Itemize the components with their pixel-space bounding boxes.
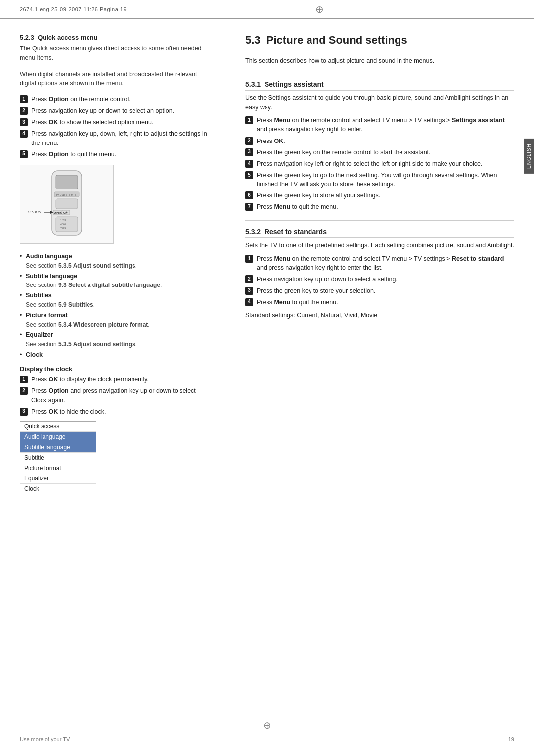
svg-rect-11 [56,217,78,232]
page-container: 2674.1 eng 25-09-2007 11:26 Pagina 19 ⊕ … [0,0,534,756]
qa-row-subtitle-language: Subtitle language [20,442,96,453]
sa-step-6: 6 Press the green key to store all your … [245,191,514,200]
quick-access-steps: 1 Press Option on the remote control. 2 … [20,95,212,159]
subsection-532: 5.3.2 Reset to standards Sets the TV to … [245,228,514,318]
subsection-532-intro: Sets the TV to one of the predefined set… [245,241,514,250]
rs-step-2-badge: 2 [245,275,253,283]
footer-left-text: Use more of your TV [20,736,70,742]
bullet-equalizer-sub: See section 5.3.5 Adjust sound settings. [26,340,212,349]
footer-page-number: 19 [508,736,514,742]
qa-row-clock: Clock [20,484,96,494]
bullet-equalizer: Equalizer See section 5.3.5 Adjust sound… [20,331,212,349]
step-1-text: Press Option on the remote control. [31,95,212,104]
sa-step-1-badge: 1 [245,116,253,124]
bullet-subtitles: Subtitles See section 5.9 Subtitles. [20,291,212,309]
quick-access-intro-2: When digital channels are installed and … [20,70,212,89]
rs-step-1-text: Press Menu on the remote control and sel… [257,254,514,272]
bullet-picture-sub: See section 5.3.4 Widescreen picture for… [26,320,212,329]
reset-steps: 1 Press Menu on the remote control and s… [245,254,514,307]
sa-step-3: 3 Press the green key on the remote cont… [245,148,514,157]
divider-1 [245,73,514,73]
svg-text:7   8   9: 7 8 9 [60,227,66,230]
svg-text:TV  DVD  STB  MTS: TV DVD STB MTS [56,193,77,196]
svg-rect-4 [56,199,78,209]
clock-step-1-text: Press OK to display the clock permanentl… [31,375,212,384]
bullet-subtitle-language: Subtitle language See section 9.3 Select… [20,272,212,290]
svg-text:4   5   6: 4 5 6 [60,223,66,226]
sa-step-7: 7 Press Menu to quit the menu. [245,202,514,211]
step-5-text: Press Option to quit the menu. [31,150,212,159]
section-53-title: 5.3 Picture and Sound settings [245,34,514,50]
header-spacer [512,6,514,12]
svg-text:1   2   3: 1 2 3 [60,219,66,222]
sa-step-3-badge: 3 [245,148,253,156]
step-1-badge: 1 [20,95,28,103]
step-4-badge: 4 [20,130,28,138]
sa-step-5-badge: 5 [245,171,253,179]
clock-step-2-text: Press Option and press navigation key up… [31,386,212,404]
quick-access-intro-1: The Quick access menu gives direct acces… [20,44,212,63]
section-523-title: 5.2.3 Quick access menu [20,34,212,41]
rs-step-3-text: Press the green key to store your select… [257,286,514,295]
left-column: 5.2.3 Quick access menu The Quick access… [20,34,227,497]
step-1: 1 Press Option on the remote control. [20,95,212,104]
qa-row-quick-access: Quick access [20,422,96,432]
sa-step-4-text: Press navigation key left or right to se… [257,159,514,168]
divider-2 [245,220,514,221]
quick-access-menu-table: Quick access Audio language Subtitle lan… [20,421,96,494]
clock-step-3: 3 Press OK to hide the clock. [20,407,212,416]
clock-steps: 1 Press OK to display the clock permanen… [20,375,212,416]
step-3-text: Press OK to show the selected option men… [31,118,212,127]
sa-step-2-text: Press OK. [257,137,514,145]
sa-step-1-text: Press Menu on the remote control and sel… [257,116,514,134]
rs-step-3-badge: 3 [245,287,253,295]
sa-step-3-text: Press the green key on the remote contro… [257,148,514,157]
sa-step-1: 1 Press Menu on the remote control and s… [245,116,514,134]
sa-step-7-text: Press Menu to quit the menu. [257,202,514,211]
svg-text:OPTION: OPTION [28,210,42,214]
sa-step-7-badge: 7 [245,203,253,211]
main-content: 5.2.3 Quick access menu The Quick access… [0,19,534,517]
bullet-picture-format: Picture format See section 5.3.4 Widescr… [20,311,212,329]
rs-step-4-badge: 4 [245,298,253,306]
qa-row-picture-format: Picture format [20,463,96,473]
bullet-audio-language: Audio language See section 5.3.5 Adjust … [20,252,212,270]
options-list: Audio language See section 5.3.5 Adjust … [20,252,212,360]
bullet-audio-sub: See section 5.3.5 Adjust sound settings. [26,261,212,270]
sa-step-6-badge: 6 [245,191,253,199]
page-header: 2674.1 eng 25-09-2007 11:26 Pagina 19 ⊕ [0,0,534,19]
step-2-text: Press navigation key up or down to selec… [31,106,212,115]
rs-step-4-text: Press Menu to quit the menu. [257,298,514,307]
sa-step-4: 4 Press navigation key left or right to … [245,159,514,168]
footer-crosshair-icon: ⊕ [263,719,271,731]
step-3-badge: 3 [20,118,28,126]
sa-step-2-badge: 2 [245,137,253,145]
remote-control-image: TV DVD STB MTS OPTION OPTION OK 1 [20,165,114,244]
sa-step-5: 5 Press the green key to go to the next … [245,171,514,189]
subsection-531-intro: Use the Settings assistant to guide you … [245,94,514,112]
clock-step-3-text: Press OK to hide the clock. [31,407,212,416]
qa-row-equalizer: Equalizer [20,473,96,484]
rs-step-2-text: Press navigation key up or down to selec… [257,275,514,284]
subsection-531-title: 5.3.1 Settings assistant [245,80,514,91]
clock-step-1: 1 Press OK to display the clock permanen… [20,375,212,384]
clock-step-3-badge: 3 [20,408,28,416]
step-3: 3 Press OK to show the selected option m… [20,118,212,127]
subsection-531: 5.3.1 Settings assistant Use the Setting… [245,80,514,212]
rs-step-1-badge: 1 [245,255,253,263]
settings-assistant-steps: 1 Press Menu on the remote control and s… [245,116,514,211]
sa-step-6-text: Press the green key to store all your se… [257,191,514,200]
step-5-badge: 5 [20,150,28,158]
step-5: 5 Press Option to quit the menu. [20,150,212,159]
side-language-tab: ENGLISH [524,139,534,174]
clock-step-2-badge: 2 [20,387,28,395]
rs-step-4: 4 Press Menu to quit the menu. [245,298,514,307]
step-2-badge: 2 [20,107,28,115]
step-2: 2 Press navigation key up or down to sel… [20,106,212,115]
remote-svg: TV DVD STB MTS OPTION OPTION OK 1 [25,168,109,240]
qa-row-subtitle: Subtitle [20,453,96,463]
subsection-532-title: 5.3.2 Reset to standards [245,228,514,238]
step-4: 4 Press navigation key up, down, left, r… [20,129,212,147]
step-4-text: Press navigation key up, down, left, rig… [31,129,212,147]
section-53-intro: This section describes how to adjust pic… [245,56,514,66]
